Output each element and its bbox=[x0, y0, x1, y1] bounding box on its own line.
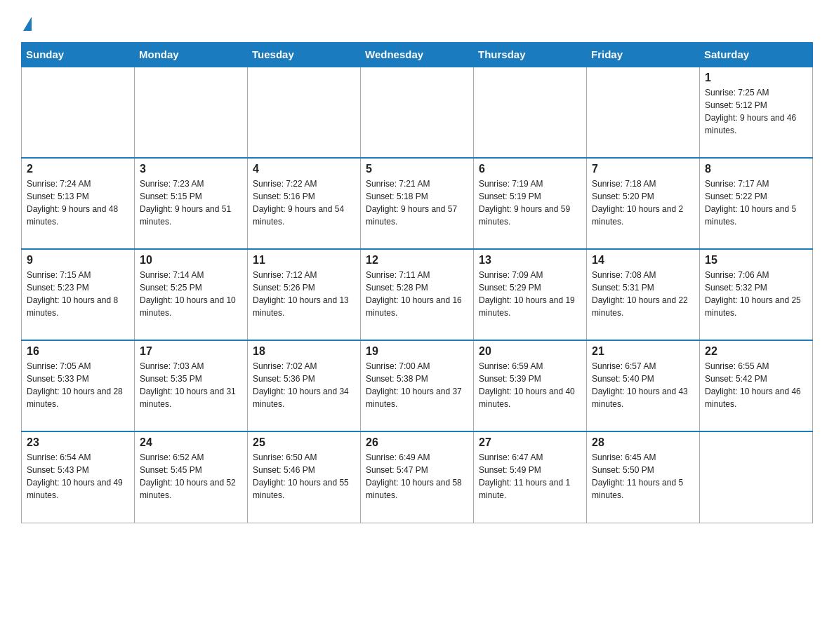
calendar-cell: 24Sunrise: 6:52 AMSunset: 5:45 PMDayligh… bbox=[135, 431, 248, 523]
day-info: Sunrise: 6:52 AMSunset: 5:45 PMDaylight:… bbox=[140, 451, 242, 502]
day-number: 12 bbox=[366, 254, 468, 267]
calendar-cell: 8Sunrise: 7:17 AMSunset: 5:22 PMDaylight… bbox=[700, 158, 813, 249]
calendar-cell: 22Sunrise: 6:55 AMSunset: 5:42 PMDayligh… bbox=[700, 340, 813, 431]
calendar-cell: 27Sunrise: 6:47 AMSunset: 5:49 PMDayligh… bbox=[474, 431, 587, 523]
day-number: 2 bbox=[27, 163, 129, 175]
day-info: Sunrise: 7:12 AMSunset: 5:26 PMDaylight:… bbox=[253, 269, 355, 319]
day-info: Sunrise: 7:18 AMSunset: 5:20 PMDaylight:… bbox=[592, 177, 694, 228]
day-number: 14 bbox=[592, 254, 694, 267]
day-info: Sunrise: 7:02 AMSunset: 5:36 PMDaylight:… bbox=[253, 360, 355, 410]
calendar-cell bbox=[700, 431, 813, 523]
calendar-cell bbox=[135, 67, 248, 158]
calendar-cell: 2Sunrise: 7:24 AMSunset: 5:13 PMDaylight… bbox=[22, 158, 135, 249]
day-info: Sunrise: 6:45 AMSunset: 5:50 PMDaylight:… bbox=[592, 451, 694, 502]
day-info: Sunrise: 7:05 AMSunset: 5:33 PMDaylight:… bbox=[27, 360, 129, 410]
calendar-cell: 5Sunrise: 7:21 AMSunset: 5:18 PMDaylight… bbox=[361, 158, 474, 249]
calendar-cell bbox=[248, 67, 361, 158]
day-number: 19 bbox=[366, 345, 468, 358]
day-number: 4 bbox=[253, 163, 355, 175]
day-number: 7 bbox=[592, 163, 694, 175]
header-monday: Monday bbox=[135, 43, 248, 67]
calendar-cell: 26Sunrise: 6:49 AMSunset: 5:47 PMDayligh… bbox=[361, 431, 474, 523]
calendar-cell bbox=[587, 67, 700, 158]
day-info: Sunrise: 7:25 AMSunset: 5:12 PMDaylight:… bbox=[705, 86, 807, 137]
header-saturday: Saturday bbox=[700, 43, 813, 67]
day-number: 20 bbox=[479, 345, 581, 358]
day-number: 23 bbox=[27, 436, 129, 449]
day-info: Sunrise: 6:54 AMSunset: 5:43 PMDaylight:… bbox=[27, 451, 129, 502]
day-info: Sunrise: 7:14 AMSunset: 5:25 PMDaylight:… bbox=[140, 269, 242, 319]
day-number: 8 bbox=[705, 163, 807, 175]
calendar-cell: 25Sunrise: 6:50 AMSunset: 5:46 PMDayligh… bbox=[248, 431, 361, 523]
calendar-cell: 14Sunrise: 7:08 AMSunset: 5:31 PMDayligh… bbox=[587, 249, 700, 340]
calendar-cell: 1Sunrise: 7:25 AMSunset: 5:12 PMDaylight… bbox=[700, 67, 813, 158]
day-info: Sunrise: 7:24 AMSunset: 5:13 PMDaylight:… bbox=[27, 177, 129, 228]
calendar-cell: 7Sunrise: 7:18 AMSunset: 5:20 PMDaylight… bbox=[587, 158, 700, 249]
day-number: 5 bbox=[366, 163, 468, 175]
day-info: Sunrise: 7:17 AMSunset: 5:22 PMDaylight:… bbox=[705, 177, 807, 228]
day-info: Sunrise: 7:00 AMSunset: 5:38 PMDaylight:… bbox=[366, 360, 468, 410]
calendar-cell: 10Sunrise: 7:14 AMSunset: 5:25 PMDayligh… bbox=[135, 249, 248, 340]
day-info: Sunrise: 7:09 AMSunset: 5:29 PMDaylight:… bbox=[479, 269, 581, 319]
calendar-week-3: 9Sunrise: 7:15 AMSunset: 5:23 PMDaylight… bbox=[22, 249, 813, 340]
day-number: 10 bbox=[140, 254, 242, 267]
calendar-cell: 23Sunrise: 6:54 AMSunset: 5:43 PMDayligh… bbox=[22, 431, 135, 523]
day-info: Sunrise: 7:06 AMSunset: 5:32 PMDaylight:… bbox=[705, 269, 807, 319]
calendar-cell bbox=[361, 67, 474, 158]
day-number: 15 bbox=[705, 254, 807, 267]
calendar-cell: 17Sunrise: 7:03 AMSunset: 5:35 PMDayligh… bbox=[135, 340, 248, 431]
page-header bbox=[21, 14, 813, 28]
logo-triangle-icon bbox=[23, 17, 32, 31]
day-number: 9 bbox=[27, 254, 129, 267]
day-info: Sunrise: 7:23 AMSunset: 5:15 PMDaylight:… bbox=[140, 177, 242, 228]
day-info: Sunrise: 7:21 AMSunset: 5:18 PMDaylight:… bbox=[366, 177, 468, 228]
header-thursday: Thursday bbox=[474, 43, 587, 67]
calendar-body: 1Sunrise: 7:25 AMSunset: 5:12 PMDaylight… bbox=[22, 67, 813, 523]
day-number: 6 bbox=[479, 163, 581, 175]
logo bbox=[21, 14, 32, 28]
day-info: Sunrise: 6:50 AMSunset: 5:46 PMDaylight:… bbox=[253, 451, 355, 502]
day-info: Sunrise: 7:15 AMSunset: 5:23 PMDaylight:… bbox=[27, 269, 129, 319]
day-info: Sunrise: 6:57 AMSunset: 5:40 PMDaylight:… bbox=[592, 360, 694, 410]
calendar-cell: 3Sunrise: 7:23 AMSunset: 5:15 PMDaylight… bbox=[135, 158, 248, 249]
calendar-header: SundayMondayTuesdayWednesdayThursdayFrid… bbox=[22, 43, 813, 67]
day-number: 13 bbox=[479, 254, 581, 267]
day-number: 26 bbox=[366, 436, 468, 449]
calendar-cell: 6Sunrise: 7:19 AMSunset: 5:19 PMDaylight… bbox=[474, 158, 587, 249]
calendar-cell: 18Sunrise: 7:02 AMSunset: 5:36 PMDayligh… bbox=[248, 340, 361, 431]
day-number: 1 bbox=[705, 72, 807, 84]
day-info: Sunrise: 7:08 AMSunset: 5:31 PMDaylight:… bbox=[592, 269, 694, 319]
day-number: 16 bbox=[27, 345, 129, 358]
header-friday: Friday bbox=[587, 43, 700, 67]
calendar-cell: 20Sunrise: 6:59 AMSunset: 5:39 PMDayligh… bbox=[474, 340, 587, 431]
calendar-cell: 28Sunrise: 6:45 AMSunset: 5:50 PMDayligh… bbox=[587, 431, 700, 523]
header-row: SundayMondayTuesdayWednesdayThursdayFrid… bbox=[22, 43, 813, 67]
calendar-cell: 9Sunrise: 7:15 AMSunset: 5:23 PMDaylight… bbox=[22, 249, 135, 340]
calendar-cell: 16Sunrise: 7:05 AMSunset: 5:33 PMDayligh… bbox=[22, 340, 135, 431]
day-number: 22 bbox=[705, 345, 807, 358]
calendar-week-2: 2Sunrise: 7:24 AMSunset: 5:13 PMDaylight… bbox=[22, 158, 813, 249]
day-info: Sunrise: 6:59 AMSunset: 5:39 PMDaylight:… bbox=[479, 360, 581, 410]
day-info: Sunrise: 7:03 AMSunset: 5:35 PMDaylight:… bbox=[140, 360, 242, 410]
day-number: 18 bbox=[253, 345, 355, 358]
calendar-week-1: 1Sunrise: 7:25 AMSunset: 5:12 PMDaylight… bbox=[22, 67, 813, 158]
calendar-cell: 19Sunrise: 7:00 AMSunset: 5:38 PMDayligh… bbox=[361, 340, 474, 431]
day-info: Sunrise: 6:47 AMSunset: 5:49 PMDaylight:… bbox=[479, 451, 581, 502]
day-info: Sunrise: 7:19 AMSunset: 5:19 PMDaylight:… bbox=[479, 177, 581, 228]
calendar-cell bbox=[22, 67, 135, 158]
day-number: 24 bbox=[140, 436, 242, 449]
calendar-cell bbox=[474, 67, 587, 158]
day-number: 25 bbox=[253, 436, 355, 449]
calendar-week-4: 16Sunrise: 7:05 AMSunset: 5:33 PMDayligh… bbox=[22, 340, 813, 431]
day-number: 21 bbox=[592, 345, 694, 358]
day-number: 28 bbox=[592, 436, 694, 449]
header-wednesday: Wednesday bbox=[361, 43, 474, 67]
day-number: 3 bbox=[140, 163, 242, 175]
day-info: Sunrise: 6:55 AMSunset: 5:42 PMDaylight:… bbox=[705, 360, 807, 410]
calendar-cell: 4Sunrise: 7:22 AMSunset: 5:16 PMDaylight… bbox=[248, 158, 361, 249]
calendar-table: SundayMondayTuesdayWednesdayThursdayFrid… bbox=[21, 42, 813, 523]
calendar-cell: 12Sunrise: 7:11 AMSunset: 5:28 PMDayligh… bbox=[361, 249, 474, 340]
calendar-week-5: 23Sunrise: 6:54 AMSunset: 5:43 PMDayligh… bbox=[22, 431, 813, 523]
day-number: 27 bbox=[479, 436, 581, 449]
calendar-cell: 11Sunrise: 7:12 AMSunset: 5:26 PMDayligh… bbox=[248, 249, 361, 340]
